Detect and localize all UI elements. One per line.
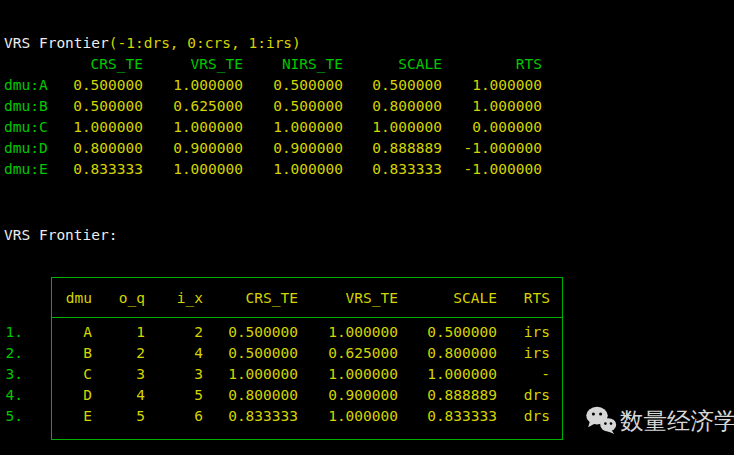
cell-nirs-te: 0.500000: [243, 96, 343, 117]
cell-vrs-te: 1.000000: [298, 406, 398, 427]
row-label: dmu:E: [4, 159, 54, 180]
watermark: 数量经济学: [585, 404, 734, 438]
row-number: 5.: [4, 406, 23, 427]
table-row: A 1 2 0.500000 1.000000 0.500000 irs: [52, 322, 562, 343]
column-header-dmu: dmu: [52, 290, 92, 306]
section1-title-args: (-1:drs, 0:crs, 1:irs): [109, 35, 301, 51]
cell-oq: 3: [92, 364, 145, 385]
cell-crs-te: 0.500000: [54, 96, 143, 117]
cell-rts: 1.000000: [442, 75, 542, 96]
cell-ix: 3: [145, 364, 203, 385]
cell-crs-te: 0.500000: [203, 322, 298, 343]
row-label: dmu:D: [4, 138, 54, 159]
cell-scale: 0.800000: [343, 96, 442, 117]
cell-rts: drs: [497, 406, 550, 427]
column-header-scale: SCALE: [343, 54, 442, 75]
cell-scale: 1.000000: [398, 364, 497, 385]
summary-header-row: CRS_TE VRS_TE NIRS_TE SCALE RTS: [4, 54, 542, 75]
table-row: dmu:D 0.800000 0.900000 0.900000 0.88888…: [4, 138, 542, 159]
column-header-nirs-te: NIRS_TE: [243, 54, 343, 75]
cell-ix: 4: [145, 343, 203, 364]
cell-dmu: B: [52, 343, 92, 364]
cell-dmu: C: [52, 364, 92, 385]
cell-dmu: E: [52, 406, 92, 427]
cell-crs-te: 0.500000: [54, 75, 143, 96]
cell-crs-te: 0.500000: [203, 343, 298, 364]
table-row: dmu:A 0.500000 1.000000 0.500000 0.50000…: [4, 75, 542, 96]
cell-oq: 1: [92, 322, 145, 343]
cell-vrs-te: 1.000000: [298, 322, 398, 343]
section2-title: VRS Frontier:: [4, 225, 118, 246]
cell-scale: 0.888889: [398, 385, 497, 406]
cell-vrs-te: 1.000000: [143, 159, 243, 180]
row-label: dmu:A: [4, 75, 54, 96]
cell-ix: 5: [145, 385, 203, 406]
cell-nirs-te: 0.900000: [243, 138, 343, 159]
cell-crs-te: 0.800000: [54, 138, 143, 159]
table-row: dmu:B 0.500000 0.625000 0.500000 0.80000…: [4, 96, 542, 117]
wechat-icon: [585, 405, 617, 438]
row-number: 2.: [4, 343, 23, 364]
row-label: dmu:B: [4, 96, 54, 117]
cell-ix: 2: [145, 322, 203, 343]
cell-vrs-te: 1.000000: [143, 75, 243, 96]
table-row: dmu:E 0.833333 1.000000 1.000000 0.83333…: [4, 159, 542, 180]
column-header-ix: i_x: [145, 290, 203, 306]
cell-oq: 4: [92, 385, 145, 406]
summary-header-spacer: [4, 54, 54, 75]
cell-nirs-te: 1.000000: [243, 117, 343, 138]
frontier-detail-table: dmu o_q i_x CRS_TE VRS_TE SCALE RTS A 1 …: [51, 277, 563, 440]
cell-scale: 0.888889: [343, 138, 442, 159]
table-row: B 2 4 0.500000 0.625000 0.800000 irs: [52, 343, 562, 364]
cell-scale: 0.500000: [343, 75, 442, 96]
cell-dmu: D: [52, 385, 92, 406]
section1-title: VRS Frontier(-1:drs, 0:crs, 1:irs): [4, 33, 301, 54]
terminal-screen: VRS Frontier(-1:drs, 0:crs, 1:irs) CRS_T…: [0, 0, 734, 455]
cell-rts: -1.000000: [442, 159, 542, 180]
frontier-summary-table: CRS_TE VRS_TE NIRS_TE SCALE RTS dmu:A 0.…: [4, 54, 542, 180]
cell-crs-te: 1.000000: [54, 117, 143, 138]
cell-crs-te: 0.833333: [54, 159, 143, 180]
cell-rts: 1.000000: [442, 96, 542, 117]
cell-vrs-te: 1.000000: [298, 364, 398, 385]
row-numbers: 1. 2. 3. 4. 5.: [4, 322, 23, 427]
detail-header-row: dmu o_q i_x CRS_TE VRS_TE SCALE RTS: [52, 278, 562, 318]
table-row: E 5 6 0.833333 1.000000 0.833333 drs: [52, 406, 562, 427]
cell-scale: 0.833333: [398, 406, 497, 427]
column-header-vrs-te: VRS_TE: [298, 290, 398, 306]
cell-crs-te: 0.800000: [203, 385, 298, 406]
column-header-rts: RTS: [442, 54, 542, 75]
column-header-rts: RTS: [497, 290, 550, 306]
cell-scale: 0.800000: [398, 343, 497, 364]
table-row: dmu:C 1.000000 1.000000 1.000000 1.00000…: [4, 117, 542, 138]
section1-title-prefix: VRS Frontier: [4, 35, 109, 51]
cell-rts: -: [497, 364, 550, 385]
cell-vrs-te: 0.900000: [298, 385, 398, 406]
detail-table-body: A 1 2 0.500000 1.000000 0.500000 irs B 2…: [52, 318, 562, 427]
column-header-crs-te: CRS_TE: [54, 54, 143, 75]
column-header-scale: SCALE: [398, 290, 497, 306]
watermark-label: 数量经济学: [620, 405, 734, 437]
cell-vrs-te: 0.625000: [298, 343, 398, 364]
cell-ix: 6: [145, 406, 203, 427]
column-header-crs-te: CRS_TE: [203, 290, 298, 306]
cell-nirs-te: 0.500000: [243, 75, 343, 96]
column-header-vrs-te: VRS_TE: [143, 54, 243, 75]
cell-rts: -1.000000: [442, 138, 542, 159]
cell-oq: 2: [92, 343, 145, 364]
cell-oq: 5: [92, 406, 145, 427]
table-row: D 4 5 0.800000 0.900000 0.888889 drs: [52, 385, 562, 406]
cell-vrs-te: 1.000000: [143, 117, 243, 138]
cell-rts: irs: [497, 343, 550, 364]
cell-vrs-te: 0.625000: [143, 96, 243, 117]
cell-dmu: A: [52, 322, 92, 343]
row-label: dmu:C: [4, 117, 54, 138]
cell-crs-te: 1.000000: [203, 364, 298, 385]
cell-rts: drs: [497, 385, 550, 406]
cell-rts: irs: [497, 322, 550, 343]
cell-crs-te: 0.833333: [203, 406, 298, 427]
column-header-oq: o_q: [92, 290, 145, 306]
cell-nirs-te: 1.000000: [243, 159, 343, 180]
row-number: 4.: [4, 385, 23, 406]
row-number: 3.: [4, 364, 23, 385]
